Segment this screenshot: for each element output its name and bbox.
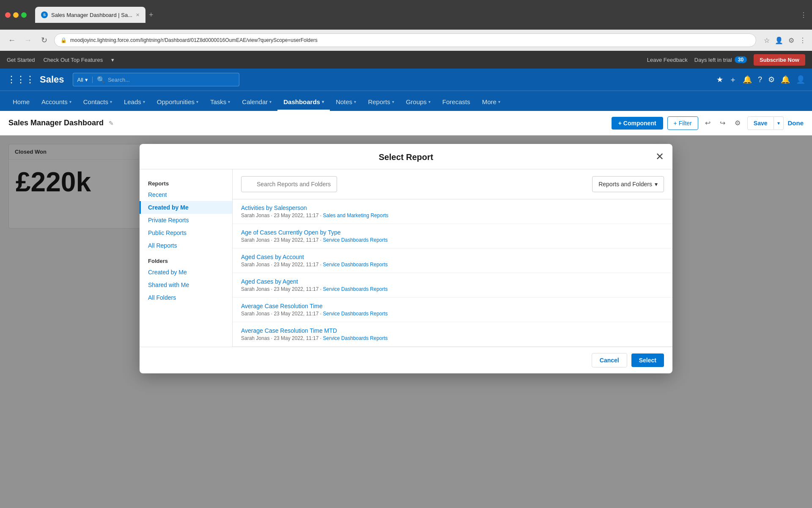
- notification-icon[interactable]: 🔔: [743, 75, 752, 84]
- global-search-input[interactable]: [108, 77, 235, 83]
- report-folder-link-3[interactable]: Service Dashboards Reports: [323, 286, 387, 292]
- report-item-1[interactable]: Age of Cases Currently Open by Type Sara…: [233, 224, 672, 248]
- sidebar-item-folders-created-by-me[interactable]: Created by Me: [140, 266, 232, 279]
- back-button[interactable]: ←: [6, 36, 18, 45]
- extensions-icon[interactable]: ⚙: [788, 36, 794, 44]
- sidebar-item-shared-with-me[interactable]: Shared with Me: [140, 279, 232, 291]
- nav-item-accounts[interactable]: Accounts ▾: [36, 94, 77, 111]
- tab-favicon: S: [41, 11, 48, 18]
- save-button[interactable]: Save: [747, 116, 774, 130]
- report-folder-link-1[interactable]: Service Dashboards Reports: [323, 237, 387, 243]
- nav-item-notes[interactable]: Notes ▾: [330, 94, 362, 111]
- report-folder-link-2[interactable]: Service Dashboards Reports: [323, 262, 387, 268]
- add-icon[interactable]: ＋: [729, 75, 737, 85]
- sf-app-name[interactable]: Sales: [40, 74, 64, 85]
- nav-item-contacts[interactable]: Contacts ▾: [77, 94, 118, 111]
- report-meta-1: Sarah Jonas · 23 May 2022, 11:17 · Servi…: [241, 237, 664, 243]
- tab-bar: S Sales Manager Dashboard | Sa... ✕ +: [35, 7, 797, 23]
- nav-accounts-label: Accounts: [41, 98, 68, 105]
- top-features-link[interactable]: Check Out Top Features: [43, 57, 103, 63]
- sf-topbar-right: Leave Feedback Days left in trial 30 Sub…: [647, 54, 805, 66]
- sidebar-item-recent[interactable]: Recent: [140, 188, 232, 201]
- maximize-dot[interactable]: [21, 12, 27, 18]
- report-folder-link-5[interactable]: Service Dashboards Reports: [323, 335, 387, 341]
- add-component-button[interactable]: + Component: [612, 117, 663, 130]
- report-meta-2: Sarah Jonas · 23 May 2022, 11:17 · Servi…: [241, 262, 664, 268]
- settings-button[interactable]: ⚙: [732, 116, 743, 130]
- nav-item-dashboards[interactable]: Dashboards ▾: [277, 94, 330, 111]
- nav-item-more[interactable]: More ▾: [476, 94, 506, 111]
- reports-section: Reports Recent Created by Me Private Rep…: [140, 178, 232, 252]
- report-search-input[interactable]: [241, 176, 337, 192]
- help-icon[interactable]: ?: [758, 75, 762, 84]
- subscribe-button[interactable]: Subscribe Now: [754, 54, 805, 66]
- report-item-0[interactable]: Activities by Salesperson Sarah Jonas · …: [233, 199, 672, 224]
- new-tab-button[interactable]: +: [149, 11, 154, 19]
- modal-backdrop: Select Report ✕ Reports Recent Created b…: [0, 135, 812, 508]
- reload-button[interactable]: ↻: [38, 36, 50, 45]
- redo-button[interactable]: ↪: [717, 116, 728, 130]
- setup-icon[interactable]: ⚙: [768, 75, 775, 84]
- search-wrap: 🔍: [241, 176, 588, 192]
- report-item-5[interactable]: Average Case Resolution Time MTD Sarah J…: [233, 322, 672, 347]
- modal-close-button[interactable]: ✕: [656, 152, 664, 162]
- sidebar-item-all-reports[interactable]: All Reports: [140, 239, 232, 252]
- report-folder-link-4[interactable]: Service Dashboards Reports: [323, 311, 387, 317]
- done-button[interactable]: Done: [788, 119, 804, 127]
- nav-item-reports[interactable]: Reports ▾: [362, 94, 400, 111]
- bell-icon[interactable]: 🔔: [781, 75, 790, 84]
- nav-item-opportunities[interactable]: Opportunities ▾: [151, 94, 204, 111]
- sf-nav: Home Accounts ▾ Contacts ▾ Leads ▾ Oppor…: [0, 91, 812, 111]
- active-tab[interactable]: S Sales Manager Dashboard | Sa... ✕: [35, 7, 145, 23]
- save-dropdown-button[interactable]: ▾: [774, 116, 784, 130]
- address-bar[interactable]: 🔒 moodjoyinc.lightning.force.com/lightni…: [54, 33, 756, 47]
- user-avatar-icon[interactable]: 👤: [796, 75, 805, 84]
- undo-button[interactable]: ↩: [702, 116, 713, 130]
- get-started-link[interactable]: Get Started: [7, 57, 35, 63]
- nav-item-groups[interactable]: Groups ▾: [400, 94, 436, 111]
- add-filter-button[interactable]: + Filter: [667, 116, 698, 130]
- leave-feedback-link[interactable]: Leave Feedback: [647, 57, 688, 63]
- nav-home-label: Home: [13, 98, 30, 105]
- select-button[interactable]: Select: [631, 353, 664, 367]
- chrome-menu-icon[interactable]: ⋮: [799, 36, 806, 44]
- report-item-2[interactable]: Aged Cases by Account Sarah Jonas · 23 M…: [233, 248, 672, 273]
- nav-reports-chevron: ▾: [392, 99, 394, 104]
- close-dot[interactable]: [5, 12, 11, 18]
- nav-item-leads[interactable]: Leads ▾: [118, 94, 151, 111]
- nav-item-forecasts[interactable]: Forecasts: [436, 94, 476, 111]
- minimize-dot[interactable]: [13, 12, 19, 18]
- nav-item-tasks[interactable]: Tasks ▾: [204, 94, 236, 111]
- report-item-4[interactable]: Average Case Resolution Time Sarah Jonas…: [233, 298, 672, 322]
- top-features-chevron: ▾: [111, 57, 114, 63]
- search-scope-chevron: ▾: [85, 77, 88, 83]
- favorites-icon[interactable]: ★: [716, 75, 723, 84]
- search-scope[interactable]: All ▾: [73, 77, 93, 83]
- sidebar-item-private-reports[interactable]: Private Reports: [140, 214, 232, 226]
- forward-button[interactable]: →: [22, 36, 34, 45]
- browser-chrome: S Sales Manager Dashboard | Sa... ✕ + ⋮: [0, 0, 812, 30]
- nav-item-calendar[interactable]: Calendar ▾: [236, 94, 277, 111]
- report-meta-0: Sarah Jonas · 23 May 2022, 11:17 · Sales…: [241, 213, 664, 218]
- report-item-3[interactable]: Aged Cases by Agent Sarah Jonas · 23 May…: [233, 273, 672, 298]
- nav-opportunities-chevron: ▾: [196, 99, 198, 104]
- sidebar-item-created-by-me[interactable]: Created by Me: [140, 201, 232, 214]
- reports-folders-dropdown-button[interactable]: Reports and Folders ▾: [592, 176, 664, 192]
- dashboard-edit-icon[interactable]: ✎: [109, 120, 114, 127]
- nav-item-home[interactable]: Home: [7, 94, 36, 111]
- apps-icon[interactable]: ⋮⋮⋮: [7, 74, 35, 85]
- nav-groups-label: Groups: [406, 98, 427, 105]
- cancel-button[interactable]: Cancel: [592, 353, 627, 367]
- window-controls: [5, 12, 27, 18]
- modal-body: Reports Recent Created by Me Private Rep…: [140, 169, 672, 347]
- modal-search-bar: 🔍 Reports and Folders ▾: [233, 169, 672, 199]
- bookmark-icon[interactable]: ☆: [764, 36, 770, 44]
- browser-menu-icon[interactable]: ⋮: [800, 11, 807, 19]
- sidebar-item-public-reports[interactable]: Public Reports: [140, 226, 232, 239]
- tab-close-icon[interactable]: ✕: [136, 12, 140, 18]
- folders-heading: Folders: [140, 255, 232, 266]
- report-folder-link-0[interactable]: Sales and Marketing Reports: [323, 213, 388, 218]
- sidebar-item-all-folders[interactable]: All Folders: [140, 291, 232, 304]
- profile-icon[interactable]: 👤: [775, 36, 783, 44]
- sf-searchbar: ⋮⋮⋮ Sales All ▾ 🔍 ★ ＋ 🔔 ? ⚙ 🔔 👤: [0, 69, 812, 91]
